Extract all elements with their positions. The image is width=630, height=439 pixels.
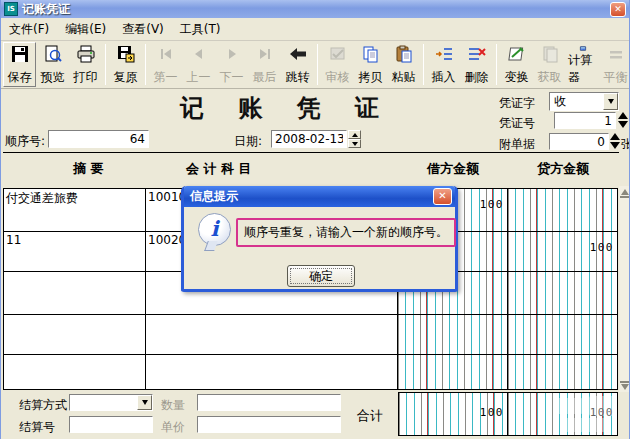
toolbar-separator bbox=[145, 44, 146, 85]
dialog-message: 顺序号重复，请输入一个新的顺序号。 bbox=[236, 218, 456, 247]
previous-record-icon bbox=[190, 45, 208, 63]
transform-icon bbox=[508, 45, 526, 63]
vertical-scrollbar[interactable] bbox=[619, 186, 630, 392]
spin-up-icon[interactable] bbox=[618, 112, 628, 119]
toolbar-separator bbox=[496, 44, 497, 85]
menu-view[interactable]: 查看(V) bbox=[122, 21, 164, 38]
menu-edit[interactable]: 编辑(E) bbox=[65, 21, 106, 38]
voucher-word-select[interactable]: 收 bbox=[549, 92, 619, 111]
header-debit: 借方金额 bbox=[398, 160, 508, 178]
total-credit-cell: 100 bbox=[508, 392, 618, 436]
spin-up-icon[interactable] bbox=[348, 130, 361, 139]
spin-down-icon[interactable] bbox=[610, 142, 620, 149]
voucher-number-label: 凭证号 bbox=[499, 115, 535, 132]
date-input[interactable] bbox=[271, 130, 347, 148]
unit-price-input[interactable] bbox=[197, 416, 341, 433]
table-row-cell-summary[interactable] bbox=[3, 355, 146, 390]
menu-file[interactable]: 文件(F) bbox=[9, 21, 49, 38]
last-record-button: 最后 bbox=[248, 42, 281, 87]
attachment-spinner[interactable] bbox=[610, 133, 620, 149]
table-row-cell-credit[interactable] bbox=[508, 355, 618, 390]
table-row-cell-summary[interactable]: 付交通差旅费 bbox=[3, 188, 146, 232]
print-button[interactable]: 打印 bbox=[69, 42, 102, 87]
dropdown-arrow-icon[interactable] bbox=[137, 395, 152, 410]
header-subject: 会 计 科 目 bbox=[186, 160, 252, 178]
table-row-cell-debit[interactable] bbox=[398, 355, 508, 390]
paste-icon bbox=[395, 45, 413, 63]
header-credit: 贷方金额 bbox=[508, 160, 618, 178]
toolbar-separator bbox=[423, 44, 424, 85]
attachment-input[interactable] bbox=[549, 133, 609, 150]
table-row-cell-summary[interactable] bbox=[3, 315, 146, 355]
voucher-number-spinner[interactable] bbox=[618, 112, 628, 128]
info-dialog: 信息提示 ✕ i 顺序号重复，请输入一个新的顺序号。 确定 bbox=[181, 186, 458, 292]
insert-row-icon bbox=[435, 45, 453, 63]
scroll-up-icon[interactable] bbox=[619, 186, 630, 200]
copy-button[interactable]: 拷贝 bbox=[354, 42, 387, 87]
voucher-number-input[interactable] bbox=[554, 112, 616, 129]
app-icon: IS bbox=[4, 2, 18, 16]
table-row-cell-subject[interactable] bbox=[146, 315, 398, 355]
table-row-cell-credit[interactable] bbox=[508, 188, 618, 232]
delete-button[interactable]: 删除 bbox=[460, 42, 493, 87]
voucher-word-label: 凭证字 bbox=[499, 95, 535, 112]
transform-button[interactable]: 变换 bbox=[500, 42, 533, 87]
paste-button[interactable]: 粘贴 bbox=[387, 42, 420, 87]
voucher-window: IS 记账凭证 ✕ 文件(F) 编辑(E) 查看(V) 工具(T) 保存 预览 … bbox=[0, 0, 630, 439]
spin-down-icon[interactable] bbox=[348, 139, 361, 148]
spin-up-icon[interactable] bbox=[610, 133, 620, 140]
first-record-button: 第一 bbox=[149, 42, 182, 87]
table-row-cell-summary[interactable] bbox=[3, 272, 146, 315]
title-bar: IS 记账凭证 ✕ bbox=[1, 0, 629, 18]
date-spinner[interactable] bbox=[348, 130, 361, 148]
table-row-cell-credit[interactable] bbox=[508, 315, 618, 355]
copy-icon bbox=[362, 45, 380, 63]
balance-button: 平衡 bbox=[599, 42, 630, 87]
next-record-icon bbox=[223, 45, 241, 63]
table-row-cell-debit[interactable] bbox=[398, 315, 508, 355]
settle-method-label: 结算方式 bbox=[19, 397, 67, 414]
sequence-label: 顺序号: bbox=[5, 133, 45, 150]
calculator-button[interactable]: 计算器 bbox=[566, 42, 599, 87]
preview-icon bbox=[44, 45, 62, 63]
quantity-input[interactable] bbox=[197, 394, 341, 411]
table-row-cell-summary[interactable]: 11 bbox=[3, 232, 146, 272]
toolbar: 保存 预览 打印 复原 第一 上一 下一 最后 bbox=[1, 41, 629, 89]
jump-button[interactable]: 跳转 bbox=[281, 42, 314, 87]
header-summary: 摘 要 bbox=[31, 160, 146, 178]
settle-no-input[interactable] bbox=[69, 416, 153, 433]
table-row-cell-credit[interactable] bbox=[508, 272, 618, 315]
toolbar-separator bbox=[105, 44, 106, 85]
voucher-title: 记 账 凭 证 bbox=[171, 92, 401, 124]
table-row-cell-subject[interactable] bbox=[146, 355, 398, 390]
fetch-button: 获取 bbox=[533, 42, 566, 87]
preview-button[interactable]: 预览 bbox=[36, 42, 69, 87]
window-close-button[interactable]: ✕ bbox=[610, 2, 626, 17]
sequence-input[interactable] bbox=[48, 130, 149, 148]
calculator-icon bbox=[574, 45, 592, 52]
total-label: 合计 bbox=[357, 407, 383, 425]
next-record-button: 下一 bbox=[215, 42, 248, 87]
menu-tools[interactable]: 工具(T) bbox=[180, 21, 221, 38]
total-debit-cell: 100 bbox=[398, 392, 508, 436]
save-button[interactable]: 保存 bbox=[3, 42, 36, 87]
dropdown-arrow-icon[interactable] bbox=[603, 93, 618, 110]
date-label: 日期: bbox=[234, 133, 262, 150]
scroll-down-icon[interactable] bbox=[619, 378, 630, 392]
dialog-title: 信息提示 bbox=[184, 188, 238, 205]
balance-icon bbox=[607, 45, 625, 63]
insert-button[interactable]: 插入 bbox=[427, 42, 460, 87]
dialog-close-button[interactable]: ✕ bbox=[433, 188, 452, 205]
window-title: 记账凭证 bbox=[22, 1, 70, 18]
toolbar-separator bbox=[317, 44, 318, 85]
menu-bar: 文件(F) 编辑(E) 查看(V) 工具(T) bbox=[1, 18, 630, 41]
ok-button[interactable]: 确定 bbox=[287, 265, 355, 287]
quantity-label: 数量 bbox=[161, 397, 185, 414]
fetch-icon bbox=[541, 45, 559, 63]
table-row-cell-credit[interactable]: 100 bbox=[508, 232, 618, 272]
audit-icon bbox=[329, 45, 347, 63]
attachment-unit: 张 bbox=[621, 136, 630, 153]
restore-button[interactable]: 复原 bbox=[109, 42, 142, 87]
spin-down-icon[interactable] bbox=[618, 121, 628, 128]
settle-method-select[interactable] bbox=[69, 394, 153, 411]
